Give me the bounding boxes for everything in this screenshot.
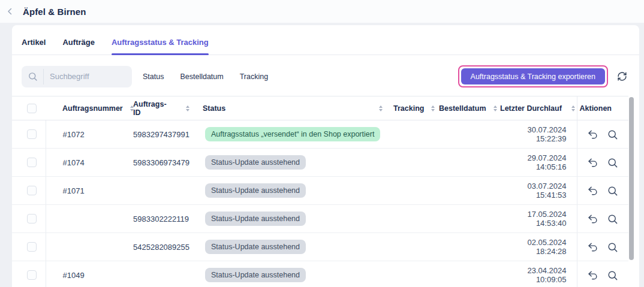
cell-letzter-durchlauf: 17.05.2024 14:53:40 [495,205,577,233]
refresh-icon [617,71,627,81]
row-checkbox[interactable] [27,242,37,252]
cell-auftrags-id: 5425282089255 [114,233,191,261]
magnifier-icon[interactable] [607,241,619,253]
cell-bestelldatum [433,233,495,261]
cell-bestelldatum [433,177,495,205]
content-card: Artikel Aufträge Auftragsstatus & Tracki… [12,25,639,287]
row-checkbox[interactable] [27,129,37,139]
magnifier-icon[interactable] [607,156,619,168]
cell-bestelldatum [433,261,495,287]
export-button[interactable]: Auftragsstatus & Tracking exportieren [461,68,605,84]
chevron-left-icon [5,6,16,17]
cell-tracking [389,205,433,233]
tab-bar: Artikel Aufträge Auftragsstatus & Tracki… [12,25,639,55]
cell-auftragsnummer [46,233,114,261]
row-checkbox[interactable] [27,214,37,223]
status-badge: Status-Update ausstehend [205,212,306,226]
cell-tracking [389,149,433,177]
toolbar: Status Bestelldatum Tracking Auftragssta… [12,55,639,96]
table-row: #1074 5983306973479 Status-Update ausste… [12,149,628,177]
column-letzter-durchlauf: Letzter Durchlauf [500,104,562,113]
search-input[interactable] [44,72,122,81]
cell-tracking [389,261,433,287]
cell-auftragsnummer [46,205,114,233]
status-badge: Status-Update ausstehend [205,183,306,198]
cell-letzter-durchlauf: 23.04.2024 10:09:05 [495,261,577,287]
undo-icon[interactable] [587,185,599,197]
cell-letzter-durchlauf: 03.07.2024 15:41:53 [495,177,577,205]
cell-auftrags-id [114,177,191,205]
column-auftragsnummer: Auftragsnummer [62,104,123,113]
cell-auftrags-id: 5983302222119 [114,205,191,233]
sort-icon[interactable] [378,104,384,113]
cell-tracking [389,120,433,149]
undo-icon[interactable] [587,128,599,140]
status-badge: Auftragsstatus „versendet“ in den Shop e… [205,127,380,141]
row-checkbox[interactable] [27,270,37,280]
tab-artikel[interactable]: Artikel [22,38,46,55]
cell-auftragsnummer: #1071 [46,177,114,205]
search-box [22,66,132,87]
cell-auftrags-id [114,261,191,287]
back-button[interactable] [2,4,18,19]
scrollbar-thumb[interactable] [629,97,634,260]
table-row: 5983302222119 Status-Update ausstehend 1… [12,205,628,233]
cell-tracking [389,233,433,261]
top-bar: Äpfel & Birnen [0,0,644,23]
column-auftrags-id: Auftrags-ID [133,100,173,117]
table-row: #1072 5983297437991 Auftragsstatus „vers… [12,120,628,149]
cell-bestelldatum [433,205,495,233]
magnifier-icon[interactable] [607,269,619,281]
sort-icon[interactable] [570,104,576,113]
filter-bar: Status Bestelldatum Tracking [143,72,268,81]
magnifier-icon[interactable] [607,128,619,140]
export-button-highlight: Auftragsstatus & Tracking exportieren [458,65,608,87]
cell-letzter-durchlauf: 02.05.2024 18:24:28 [495,233,577,261]
cell-letzter-durchlauf: 29.07.2024 14:05:16 [495,149,577,177]
orders-table: Auftragsnummer Auftrags-ID Status Tracki… [12,96,628,287]
cell-bestelldatum [433,149,495,177]
scrollbar-track[interactable] [629,96,634,275]
filter-bestelldatum[interactable]: Bestelldatum [180,72,223,81]
column-tracking: Tracking [393,104,424,113]
status-badge: Status-Update ausstehend [205,240,306,254]
cell-auftragsnummer: #1049 [46,261,114,287]
filter-status[interactable]: Status [143,72,164,81]
tab-auftraege[interactable]: Aufträge [62,38,94,55]
magnifier-icon[interactable] [607,185,619,197]
column-aktionen: Aktionen [580,104,612,113]
undo-icon[interactable] [587,213,599,225]
select-all-checkbox[interactable] [27,104,37,113]
status-badge: Status-Update ausstehend [205,268,306,282]
undo-icon[interactable] [587,156,599,168]
page-title: Äpfel & Birnen [23,7,86,17]
table-row: #1071 Status-Update ausstehend 03.07.202… [12,177,628,205]
row-checkbox[interactable] [27,186,37,195]
cell-bestelldatum [433,120,495,149]
search-icon [22,71,43,81]
column-status: Status [203,104,225,113]
tab-auftragsstatus-tracking[interactable]: Auftragsstatus & Tracking [112,38,209,55]
sort-icon[interactable] [492,104,498,113]
undo-icon[interactable] [587,269,599,281]
undo-icon[interactable] [587,241,599,253]
cell-auftrags-id: 5983306973479 [114,149,191,177]
magnifier-icon[interactable] [607,213,619,225]
refresh-button[interactable] [614,69,630,84]
sort-icon[interactable] [185,104,191,113]
sort-icon[interactable] [430,104,436,113]
status-badge: Status-Update ausstehend [205,155,306,170]
cell-auftrags-id: 5983297437991 [114,120,191,149]
cell-auftragsnummer: #1072 [46,120,114,149]
cell-tracking [389,177,433,205]
cell-letzter-durchlauf: 30.07.2024 15:22:39 [495,120,577,149]
table-row: 5425282089255 Status-Update ausstehend 0… [12,233,628,261]
table-row: #1049 Status-Update ausstehend 23.04.202… [12,261,628,287]
row-checkbox[interactable] [27,158,37,167]
cell-auftragsnummer: #1074 [46,149,114,177]
column-bestelldatum: Bestelldatum [439,104,486,113]
filter-tracking[interactable]: Tracking [240,72,268,81]
table-header-row: Auftragsnummer Auftrags-ID Status Tracki… [12,96,628,120]
